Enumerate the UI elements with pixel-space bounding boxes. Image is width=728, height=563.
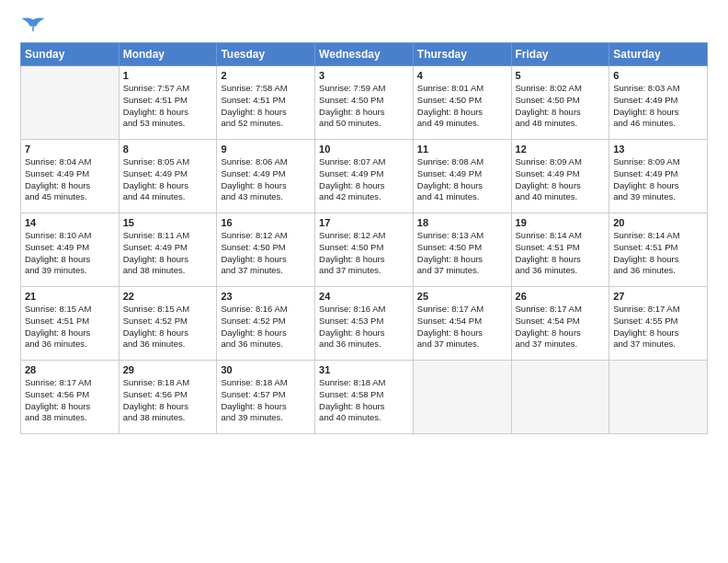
daylight-text-1: Daylight: 8 hours [516,327,606,339]
sunrise-text: Sunrise: 8:18 AM [319,377,409,389]
daylight-text-2: and 36 minutes. [25,339,115,350]
daylight-text-2: and 44 minutes. [123,191,213,203]
day-number: 22 [123,291,213,302]
weekday-header-monday: Monday [119,43,217,66]
calendar-cell: 14Sunrise: 8:10 AMSunset: 4:49 PMDayligh… [21,213,119,287]
day-number: 8 [123,144,213,155]
calendar-cell: 6Sunrise: 8:03 AMSunset: 4:49 PMDaylight… [609,66,708,140]
daylight-text-1: Daylight: 8 hours [123,180,213,192]
day-number: 14 [25,217,115,228]
sunrise-text: Sunrise: 8:09 AM [613,156,703,168]
calendar-cell: 29Sunrise: 8:18 AMSunset: 4:56 PMDayligh… [119,361,217,434]
day-number: 11 [417,144,507,155]
day-number: 16 [221,217,311,228]
sunset-text: Sunset: 4:49 PM [221,168,311,180]
daylight-text-2: and 46 minutes. [613,118,703,130]
calendar-cell: 7Sunrise: 8:04 AMSunset: 4:49 PMDaylight… [21,140,119,213]
sunset-text: Sunset: 4:49 PM [25,242,115,254]
sunset-text: Sunset: 4:51 PM [613,242,703,254]
daylight-text-2: and 37 minutes. [221,265,311,277]
daylight-text-2: and 40 minutes. [516,191,606,203]
sunset-text: Sunset: 4:53 PM [319,316,409,327]
sunrise-text: Sunrise: 8:01 AM [417,83,507,95]
daylight-text-1: Daylight: 8 hours [25,180,115,192]
daylight-text-2: and 45 minutes. [25,191,115,203]
daylight-text-1: Daylight: 8 hours [123,327,213,339]
day-number: 18 [417,217,507,228]
calendar-cell: 25Sunrise: 8:17 AMSunset: 4:54 PMDayligh… [413,287,511,361]
sunrise-text: Sunrise: 8:06 AM [221,156,311,168]
daylight-text-2: and 39 minutes. [25,265,115,277]
daylight-text-2: and 50 minutes. [319,118,409,130]
daylight-text-1: Daylight: 8 hours [123,401,213,413]
calendar-cell: 3Sunrise: 7:59 AMSunset: 4:50 PMDaylight… [315,66,414,140]
day-number: 7 [25,144,115,155]
weekday-header-wednesday: Wednesday [315,43,414,66]
sunrise-text: Sunrise: 8:17 AM [417,304,507,316]
day-number: 24 [319,291,409,302]
sunset-text: Sunset: 4:49 PM [613,95,703,107]
day-number: 20 [613,217,703,228]
daylight-text-1: Daylight: 8 hours [319,254,409,266]
sunset-text: Sunset: 4:56 PM [25,389,115,401]
calendar-header-row: SundayMondayTuesdayWednesdayThursdayFrid… [21,43,708,66]
sunset-text: Sunset: 4:49 PM [319,168,409,180]
daylight-text-1: Daylight: 8 hours [221,180,311,192]
daylight-text-1: Daylight: 8 hours [613,327,703,339]
sunset-text: Sunset: 4:58 PM [319,389,409,401]
sunrise-text: Sunrise: 8:07 AM [319,156,409,168]
calendar-cell: 11Sunrise: 8:08 AMSunset: 4:49 PMDayligh… [413,140,511,213]
daylight-text-2: and 43 minutes. [221,191,311,203]
calendar-cell: 20Sunrise: 8:14 AMSunset: 4:51 PMDayligh… [609,213,708,287]
daylight-text-1: Daylight: 8 hours [25,327,115,339]
sunset-text: Sunset: 4:49 PM [123,168,213,180]
calendar-cell: 17Sunrise: 8:12 AMSunset: 4:50 PMDayligh… [315,213,414,287]
daylight-text-2: and 36 minutes. [221,339,311,350]
weekday-header-tuesday: Tuesday [217,43,315,66]
calendar-cell: 9Sunrise: 8:06 AMSunset: 4:49 PMDaylight… [217,140,315,213]
daylight-text-1: Daylight: 8 hours [417,180,507,192]
daylight-text-2: and 39 minutes. [613,191,703,203]
day-number: 12 [516,144,606,155]
daylight-text-1: Daylight: 8 hours [221,401,311,413]
day-number: 30 [221,364,311,375]
day-number: 25 [417,291,507,302]
daylight-text-2: and 37 minutes. [613,339,703,350]
calendar-cell: 23Sunrise: 8:16 AMSunset: 4:52 PMDayligh… [217,287,315,361]
daylight-text-2: and 36 minutes. [123,339,213,350]
calendar-cell: 15Sunrise: 8:11 AMSunset: 4:49 PMDayligh… [119,213,217,287]
daylight-text-2: and 40 minutes. [319,412,409,424]
daylight-text-1: Daylight: 8 hours [221,107,311,119]
daylight-text-1: Daylight: 8 hours [25,254,115,266]
daylight-text-1: Daylight: 8 hours [613,254,703,266]
sunrise-text: Sunrise: 7:57 AM [123,83,213,95]
daylight-text-1: Daylight: 8 hours [516,254,606,266]
sunrise-text: Sunrise: 8:13 AM [417,230,507,242]
daylight-text-1: Daylight: 8 hours [417,107,507,119]
sunrise-text: Sunrise: 8:14 AM [613,230,703,242]
daylight-text-2: and 37 minutes. [319,265,409,277]
day-number: 28 [25,364,115,375]
day-number: 17 [319,217,409,228]
calendar-cell: 13Sunrise: 8:09 AMSunset: 4:49 PMDayligh… [609,140,708,213]
weekday-header-friday: Friday [511,43,609,66]
daylight-text-2: and 38 minutes. [25,412,115,424]
daylight-text-2: and 36 minutes. [516,265,606,277]
calendar-cell: 19Sunrise: 8:14 AMSunset: 4:51 PMDayligh… [511,213,609,287]
day-number: 27 [613,291,703,302]
sunrise-text: Sunrise: 8:12 AM [221,230,311,242]
day-number: 13 [613,144,703,155]
sunset-text: Sunset: 4:50 PM [417,242,507,254]
calendar-cell: 30Sunrise: 8:18 AMSunset: 4:57 PMDayligh… [217,361,315,434]
calendar-cell: 10Sunrise: 8:07 AMSunset: 4:49 PMDayligh… [315,140,414,213]
daylight-text-2: and 37 minutes. [417,339,507,350]
logo-bird-icon [20,17,46,33]
sunset-text: Sunset: 4:51 PM [516,242,606,254]
sunset-text: Sunset: 4:50 PM [516,95,606,107]
sunrise-text: Sunrise: 8:09 AM [516,156,606,168]
calendar-cell: 27Sunrise: 8:17 AMSunset: 4:55 PMDayligh… [609,287,708,361]
daylight-text-2: and 48 minutes. [516,118,606,130]
sunset-text: Sunset: 4:54 PM [417,316,507,327]
sunrise-text: Sunrise: 8:03 AM [613,83,703,95]
daylight-text-2: and 38 minutes. [123,412,213,424]
